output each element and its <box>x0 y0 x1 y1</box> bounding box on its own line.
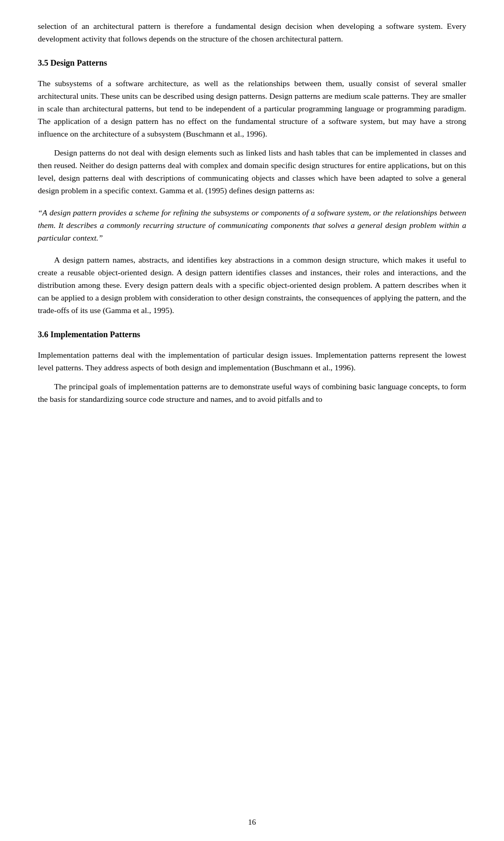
opening-paragraph: selection of an architectural pattern is… <box>38 20 466 45</box>
section-35-para-1: The subsystems of a software architectur… <box>38 77 466 140</box>
section-36-para-2: The principal goals of implementation pa… <box>38 380 466 406</box>
section-36-para-1: Implementation patterns deal with the im… <box>38 349 466 374</box>
section-35-para-2: Design patterns do not deal with design … <box>38 147 466 197</box>
section-36-heading: 3.6 Implementation Patterns <box>38 328 466 341</box>
design-pattern-quote: “A design pattern provides a scheme for … <box>38 206 466 244</box>
section-35-para-3: A design pattern names, abstracts, and i… <box>38 254 466 317</box>
section-35-heading: 3.5 Design Patterns <box>38 57 466 70</box>
page: selection of an architectural pattern is… <box>0 0 504 841</box>
page-number: 16 <box>0 816 504 828</box>
